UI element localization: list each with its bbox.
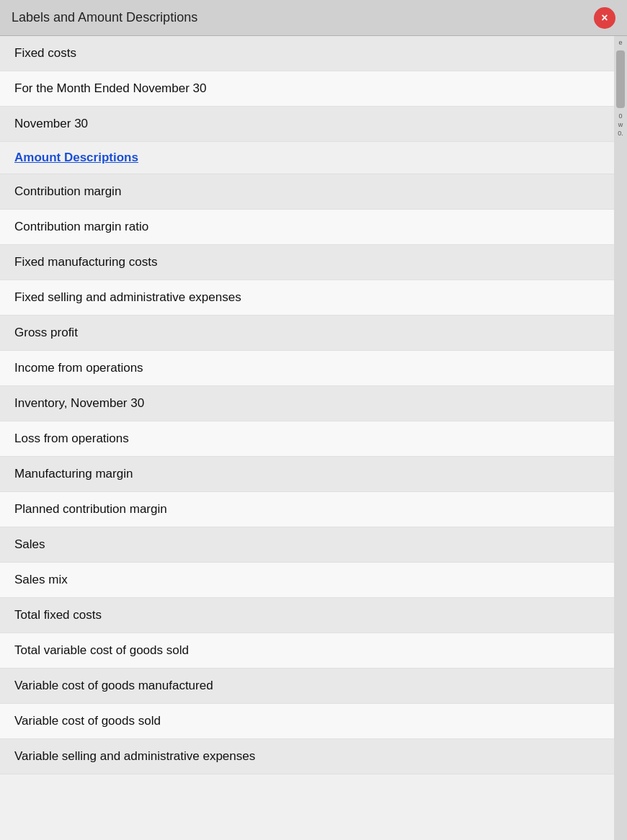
amount-descriptions-header[interactable]: Amount Descriptions [0, 142, 614, 174]
modal-container: Labels and Amount Descriptions × Fixed c… [0, 0, 627, 840]
list-item[interactable]: Variable selling and administrative expe… [0, 739, 614, 774]
right-indicator-1: e [618, 39, 622, 46]
main-list: Fixed costs For the Month Ended November… [0, 36, 614, 840]
right-indicator-2: 0 [618, 112, 622, 120]
modal-content-wrapper: Fixed costs For the Month Ended November… [0, 36, 627, 840]
right-indicator-3: w [618, 121, 623, 128]
list-item[interactable]: Contribution margin ratio [0, 210, 614, 245]
list-item[interactable]: Total fixed costs [0, 598, 614, 633]
close-button[interactable]: × [594, 7, 615, 29]
scrollbar-thumb[interactable] [616, 50, 625, 108]
list-item[interactable]: Variable cost of goods sold [0, 704, 614, 739]
list-item[interactable]: Variable cost of goods manufactured [0, 669, 614, 704]
modal-header: Labels and Amount Descriptions × [0, 0, 627, 36]
list-item[interactable]: Inventory, November 30 [0, 386, 614, 421]
right-indicator-4: 0. [618, 130, 623, 137]
list-item[interactable]: Sales [0, 527, 614, 563]
list-item[interactable]: November 30 [0, 107, 614, 142]
right-bar: e 0 w 0. [614, 36, 627, 840]
list-item[interactable]: Fixed costs [0, 36, 614, 71]
list-item[interactable]: For the Month Ended November 30 [0, 71, 614, 107]
list-item[interactable]: Fixed selling and administrative expense… [0, 280, 614, 316]
list-item[interactable]: Gross profit [0, 316, 614, 351]
list-item[interactable]: Contribution margin [0, 174, 614, 210]
list-item[interactable]: Planned contribution margin [0, 492, 614, 527]
list-item[interactable]: Manufacturing margin [0, 457, 614, 492]
list-item[interactable]: Sales mix [0, 563, 614, 598]
list-item[interactable]: Total variable cost of goods sold [0, 633, 614, 669]
list-item[interactable]: Income from operations [0, 351, 614, 386]
list-item[interactable]: Fixed manufacturing costs [0, 245, 614, 280]
list-item[interactable]: Loss from operations [0, 421, 614, 457]
modal-title: Labels and Amount Descriptions [12, 10, 197, 25]
